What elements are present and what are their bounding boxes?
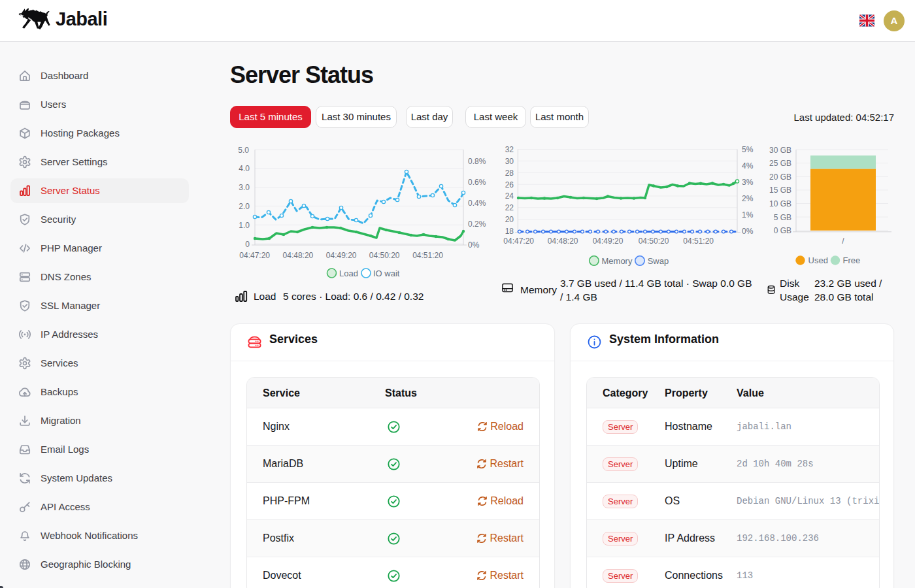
svg-text:Memory: Memory	[602, 256, 633, 266]
svg-text:0%: 0%	[468, 240, 480, 250]
svg-text:4.0: 4.0	[239, 164, 250, 173]
svg-text:5.0: 5.0	[238, 146, 249, 155]
svg-text:0.4%: 0.4%	[468, 199, 486, 208]
svg-text:/: /	[842, 237, 844, 246]
svg-text:30: 30	[505, 157, 514, 166]
svg-text:04:47:20: 04:47:20	[503, 237, 534, 246]
svg-text:1%: 1%	[742, 210, 754, 220]
svg-text:28: 28	[505, 169, 514, 178]
svg-text:3%: 3%	[742, 178, 754, 187]
svg-text:20: 20	[505, 215, 514, 224]
svg-text:5 GB: 5 GB	[774, 213, 791, 222]
svg-text:Swap: Swap	[648, 256, 669, 266]
svg-text:18: 18	[505, 227, 514, 236]
svg-text:04:49:20: 04:49:20	[593, 237, 624, 246]
svg-text:10 GB: 10 GB	[769, 199, 791, 208]
svg-text:1.0: 1.0	[239, 221, 250, 230]
svg-text:30 GB: 30 GB	[769, 146, 791, 155]
svg-text:04:51:20: 04:51:20	[412, 251, 443, 260]
svg-text:04:49:20: 04:49:20	[326, 251, 357, 260]
svg-text:IO wait: IO wait	[373, 269, 400, 278]
svg-text:0.6%: 0.6%	[468, 178, 486, 187]
svg-text:3.0: 3.0	[239, 183, 250, 192]
svg-text:15 GB: 15 GB	[769, 186, 791, 195]
svg-text:25 GB: 25 GB	[769, 159, 791, 168]
svg-text:Free: Free	[843, 255, 861, 265]
svg-text:24: 24	[505, 191, 514, 201]
svg-text:0.8%: 0.8%	[468, 157, 486, 166]
svg-text:04:48:20: 04:48:20	[283, 251, 314, 260]
svg-text:04:50:20: 04:50:20	[639, 237, 669, 246]
svg-text:04:47:20: 04:47:20	[239, 251, 270, 260]
svg-text:5%: 5%	[742, 145, 754, 154]
svg-text:2.0: 2.0	[239, 202, 250, 211]
svg-text:Load: Load	[339, 269, 358, 278]
svg-text:0 GB: 0 GB	[774, 226, 791, 235]
svg-text:20 GB: 20 GB	[769, 172, 791, 182]
svg-text:2%: 2%	[742, 194, 754, 203]
svg-text:22: 22	[505, 203, 514, 212]
svg-text:04:51:20: 04:51:20	[683, 237, 714, 246]
svg-text:0: 0	[245, 240, 250, 249]
svg-text:04:50:20: 04:50:20	[369, 251, 400, 260]
svg-text:0%: 0%	[742, 227, 754, 236]
svg-text:4%: 4%	[742, 161, 754, 171]
svg-text:04:48:20: 04:48:20	[548, 237, 578, 246]
svg-text:0.2%: 0.2%	[468, 220, 486, 229]
svg-text:26: 26	[505, 180, 514, 189]
svg-text:32: 32	[505, 145, 514, 154]
svg-text:Used: Used	[808, 255, 828, 265]
